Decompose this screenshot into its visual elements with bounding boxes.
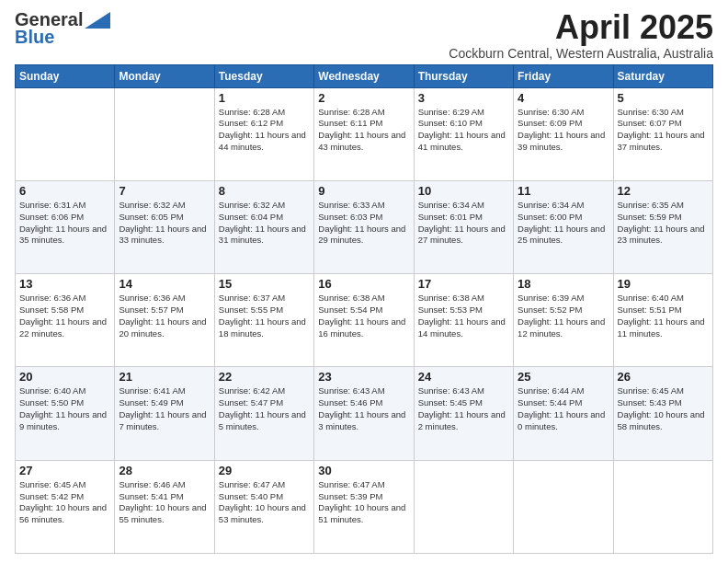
table-cell: 23Sunrise: 6:43 AM Sunset: 5:46 PM Dayli…	[314, 367, 414, 460]
day-number: 8	[219, 184, 310, 198]
day-info: Sunrise: 6:40 AM Sunset: 5:51 PM Dayligh…	[618, 293, 709, 339]
day-info: Sunrise: 6:45 AM Sunset: 5:43 PM Dayligh…	[618, 385, 709, 432]
day-number: 22	[219, 370, 310, 384]
table-cell	[613, 460, 712, 553]
table-cell	[115, 87, 214, 180]
title-block: April 2025 Cockburn Central, Western Aus…	[449, 9, 713, 61]
day-info: Sunrise: 6:30 AM Sunset: 6:09 PM Dayligh…	[518, 107, 609, 154]
day-number: 1	[219, 91, 310, 105]
day-number: 3	[418, 91, 509, 105]
day-info: Sunrise: 6:42 AM Sunset: 5:47 PM Dayligh…	[219, 385, 310, 432]
col-tuesday: Tuesday	[214, 64, 313, 87]
col-thursday: Thursday	[414, 64, 513, 87]
day-info: Sunrise: 6:31 AM Sunset: 6:06 PM Dayligh…	[19, 200, 110, 247]
day-info: Sunrise: 6:29 AM Sunset: 6:10 PM Dayligh…	[418, 107, 509, 154]
calendar-week-2: 6Sunrise: 6:31 AM Sunset: 6:06 PM Daylig…	[16, 180, 713, 273]
svg-marker-0	[85, 12, 110, 29]
day-number: 10	[418, 184, 509, 198]
table-cell: 4Sunrise: 6:30 AM Sunset: 6:09 PM Daylig…	[514, 87, 613, 180]
table-cell: 3Sunrise: 6:29 AM Sunset: 6:10 PM Daylig…	[414, 87, 513, 180]
page: General Blue April 2025 Cockburn Central…	[0, 0, 728, 563]
logo-blue: Blue	[15, 27, 54, 48]
day-info: Sunrise: 6:45 AM Sunset: 5:42 PM Dayligh…	[19, 479, 110, 526]
table-cell: 10Sunrise: 6:34 AM Sunset: 6:01 PM Dayli…	[414, 180, 513, 273]
calendar-table: Sunday Monday Tuesday Wednesday Thursday…	[15, 64, 713, 554]
col-friday: Friday	[514, 64, 613, 87]
table-cell: 30Sunrise: 6:47 AM Sunset: 5:39 PM Dayli…	[314, 460, 414, 553]
day-info: Sunrise: 6:34 AM Sunset: 6:01 PM Dayligh…	[418, 200, 509, 247]
day-number: 5	[618, 91, 709, 105]
day-number: 28	[119, 464, 210, 477]
table-cell: 16Sunrise: 6:38 AM Sunset: 5:54 PM Dayli…	[314, 274, 414, 367]
table-cell: 22Sunrise: 6:42 AM Sunset: 5:47 PM Dayli…	[214, 367, 313, 460]
day-number: 7	[119, 184, 210, 198]
day-number: 24	[418, 370, 509, 384]
day-info: Sunrise: 6:46 AM Sunset: 5:41 PM Dayligh…	[119, 479, 210, 526]
day-number: 13	[19, 277, 110, 291]
table-cell: 26Sunrise: 6:45 AM Sunset: 5:43 PM Dayli…	[613, 367, 712, 460]
calendar-title: April 2025	[449, 9, 713, 46]
day-info: Sunrise: 6:38 AM Sunset: 5:53 PM Dayligh…	[418, 293, 509, 339]
table-cell: 14Sunrise: 6:36 AM Sunset: 5:57 PM Dayli…	[115, 274, 214, 367]
day-info: Sunrise: 6:47 AM Sunset: 5:39 PM Dayligh…	[318, 479, 409, 526]
day-info: Sunrise: 6:28 AM Sunset: 6:12 PM Dayligh…	[219, 107, 310, 154]
table-cell: 21Sunrise: 6:41 AM Sunset: 5:49 PM Dayli…	[115, 367, 214, 460]
day-number: 12	[618, 184, 709, 198]
day-info: Sunrise: 6:35 AM Sunset: 5:59 PM Dayligh…	[618, 200, 709, 247]
table-cell: 27Sunrise: 6:45 AM Sunset: 5:42 PM Dayli…	[16, 460, 115, 553]
day-info: Sunrise: 6:36 AM Sunset: 5:58 PM Dayligh…	[19, 293, 110, 339]
day-number: 20	[19, 370, 110, 384]
day-info: Sunrise: 6:41 AM Sunset: 5:49 PM Dayligh…	[119, 385, 210, 432]
table-cell: 20Sunrise: 6:40 AM Sunset: 5:50 PM Dayli…	[16, 367, 115, 460]
table-cell: 24Sunrise: 6:43 AM Sunset: 5:45 PM Dayli…	[414, 367, 513, 460]
table-cell: 12Sunrise: 6:35 AM Sunset: 5:59 PM Dayli…	[613, 180, 712, 273]
day-info: Sunrise: 6:43 AM Sunset: 5:46 PM Dayligh…	[318, 385, 409, 432]
day-number: 17	[418, 277, 509, 291]
col-wednesday: Wednesday	[314, 64, 414, 87]
day-info: Sunrise: 6:32 AM Sunset: 6:05 PM Dayligh…	[119, 200, 210, 247]
table-cell: 6Sunrise: 6:31 AM Sunset: 6:06 PM Daylig…	[16, 180, 115, 273]
table-cell: 11Sunrise: 6:34 AM Sunset: 6:00 PM Dayli…	[514, 180, 613, 273]
table-cell	[414, 460, 513, 553]
calendar-week-4: 20Sunrise: 6:40 AM Sunset: 5:50 PM Dayli…	[16, 367, 713, 460]
table-cell	[514, 460, 613, 553]
calendar-week-1: 1Sunrise: 6:28 AM Sunset: 6:12 PM Daylig…	[16, 87, 713, 180]
day-number: 25	[518, 370, 609, 384]
day-number: 27	[19, 464, 110, 477]
table-cell: 28Sunrise: 6:46 AM Sunset: 5:41 PM Dayli…	[115, 460, 214, 553]
day-info: Sunrise: 6:39 AM Sunset: 5:52 PM Dayligh…	[518, 293, 609, 339]
col-sunday: Sunday	[16, 64, 115, 87]
day-number: 15	[219, 277, 310, 291]
col-saturday: Saturday	[613, 64, 712, 87]
day-info: Sunrise: 6:47 AM Sunset: 5:40 PM Dayligh…	[219, 479, 310, 526]
day-info: Sunrise: 6:38 AM Sunset: 5:54 PM Dayligh…	[318, 293, 409, 339]
table-cell: 1Sunrise: 6:28 AM Sunset: 6:12 PM Daylig…	[214, 87, 313, 180]
day-info: Sunrise: 6:40 AM Sunset: 5:50 PM Dayligh…	[19, 385, 110, 432]
calendar-week-5: 27Sunrise: 6:45 AM Sunset: 5:42 PM Dayli…	[16, 460, 713, 553]
table-cell: 5Sunrise: 6:30 AM Sunset: 6:07 PM Daylig…	[613, 87, 712, 180]
col-monday: Monday	[115, 64, 214, 87]
day-info: Sunrise: 6:33 AM Sunset: 6:03 PM Dayligh…	[318, 200, 409, 247]
day-info: Sunrise: 6:36 AM Sunset: 5:57 PM Dayligh…	[119, 293, 210, 339]
calendar-header-row: Sunday Monday Tuesday Wednesday Thursday…	[16, 64, 713, 87]
day-number: 23	[318, 370, 409, 384]
table-cell: 29Sunrise: 6:47 AM Sunset: 5:40 PM Dayli…	[214, 460, 313, 553]
day-info: Sunrise: 6:34 AM Sunset: 6:00 PM Dayligh…	[518, 200, 609, 247]
day-info: Sunrise: 6:37 AM Sunset: 5:55 PM Dayligh…	[219, 293, 310, 339]
logo-icon	[85, 12, 110, 29]
table-cell: 13Sunrise: 6:36 AM Sunset: 5:58 PM Dayli…	[16, 274, 115, 367]
day-info: Sunrise: 6:43 AM Sunset: 5:45 PM Dayligh…	[418, 385, 509, 432]
table-cell: 17Sunrise: 6:38 AM Sunset: 5:53 PM Dayli…	[414, 274, 513, 367]
header: General Blue April 2025 Cockburn Central…	[15, 9, 713, 61]
day-number: 30	[318, 464, 409, 477]
day-number: 26	[618, 370, 709, 384]
day-number: 6	[19, 184, 110, 198]
day-info: Sunrise: 6:30 AM Sunset: 6:07 PM Dayligh…	[618, 107, 709, 154]
table-cell: 9Sunrise: 6:33 AM Sunset: 6:03 PM Daylig…	[314, 180, 414, 273]
day-number: 16	[318, 277, 409, 291]
day-number: 2	[318, 91, 409, 105]
day-number: 4	[518, 91, 609, 105]
day-number: 18	[518, 277, 609, 291]
day-info: Sunrise: 6:44 AM Sunset: 5:44 PM Dayligh…	[518, 385, 609, 432]
table-cell: 19Sunrise: 6:40 AM Sunset: 5:51 PM Dayli…	[613, 274, 712, 367]
